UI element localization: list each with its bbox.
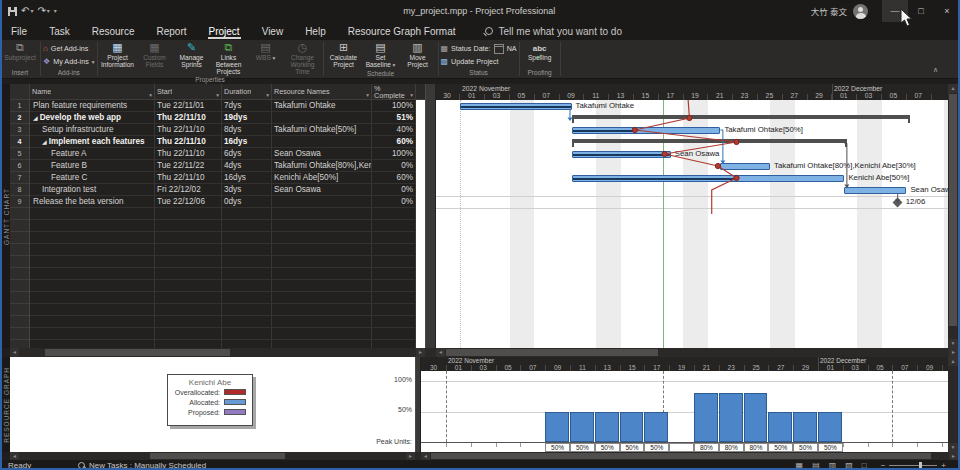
scroll-right-icon[interactable]: ► — [406, 452, 415, 460]
empty-cell[interactable] — [372, 208, 416, 220]
task-bar[interactable] — [572, 127, 721, 134]
task-name-cell[interactable]: ◢Implement each features — [30, 136, 155, 148]
empty-cell[interactable] — [155, 340, 222, 348]
empty-cell[interactable] — [272, 256, 372, 268]
my-add-ins-button[interactable]: ❖My Add-ins▾ — [43, 56, 95, 67]
task-duration-cell[interactable]: 19dys — [222, 112, 272, 124]
update-project-button[interactable]: ▩Update Project — [441, 56, 499, 67]
gantt-horizontal-scrollbar[interactable]: ◄ ► — [436, 348, 958, 357]
empty-cell[interactable] — [272, 316, 372, 328]
empty-cell[interactable] — [372, 280, 416, 292]
empty-cell[interactable] — [372, 244, 416, 256]
task-complete-cell[interactable]: 100% — [372, 148, 416, 160]
column-header-complete[interactable]: % Complete▾ — [372, 84, 416, 100]
manage-sprints-button[interactable]: ✎Manage Sprints — [174, 41, 210, 68]
task-name-cell[interactable]: Feature C — [30, 172, 155, 184]
empty-cell[interactable] — [155, 304, 222, 316]
empty-cell[interactable] — [222, 244, 272, 256]
close-button[interactable]: × — [934, 0, 960, 22]
scrollbar-thumb[interactable] — [446, 349, 658, 356]
empty-cell[interactable] — [272, 232, 372, 244]
filter-dropdown-icon[interactable]: ▾ — [266, 92, 269, 98]
task-bar[interactable] — [572, 151, 671, 158]
expand-collapse-icon[interactable]: ◢ — [33, 115, 38, 121]
empty-cell[interactable] — [372, 220, 416, 232]
scrollbar-thumb[interactable] — [45, 349, 230, 356]
empty-cell[interactable] — [222, 340, 272, 348]
task-resources-cell[interactable]: Sean Osawa — [272, 184, 372, 196]
empty-cell[interactable] — [222, 328, 272, 340]
empty-cell[interactable] — [155, 268, 222, 280]
empty-cell[interactable] — [222, 220, 272, 232]
get-add-ins-button[interactable]: ⌂Get Add-ins — [43, 43, 88, 54]
empty-cell[interactable] — [372, 304, 416, 316]
gantt-vertical-scrollbar[interactable]: ▲ ▼ — [948, 84, 958, 348]
status-date-button[interactable]: ▦Status Date:NA — [441, 43, 517, 54]
empty-cell[interactable] — [272, 280, 372, 292]
task-start-cell[interactable]: Tue 22/11/01 — [155, 100, 222, 112]
scroll-left-icon[interactable]: ◄ — [10, 348, 19, 357]
empty-cell[interactable] — [272, 340, 372, 348]
task-start-cell[interactable]: Thu 22/11/10 — [155, 124, 222, 136]
empty-cell[interactable] — [372, 268, 416, 280]
empty-cell[interactable] — [155, 244, 222, 256]
empty-cell[interactable] — [272, 304, 372, 316]
task-duration-cell[interactable]: 7dys — [222, 100, 272, 112]
task-resources-cell[interactable]: Takafumi Ohtake[50%] — [272, 124, 372, 136]
scroll-left-icon[interactable]: ◄ — [436, 348, 445, 357]
empty-cell[interactable] — [372, 340, 416, 348]
empty-cell[interactable] — [155, 328, 222, 340]
project-information-button[interactable]: ▦Project Information — [100, 41, 136, 68]
gantt-timescale[interactable]: 2022 November2022 December30010305070911… — [436, 84, 948, 100]
task-complete-cell[interactable]: 0% — [372, 184, 416, 196]
tab-project[interactable]: Project — [198, 22, 251, 40]
task-resources-cell[interactable] — [272, 196, 372, 208]
expand-collapse-icon[interactable]: ◢ — [42, 139, 47, 145]
filter-dropdown-icon[interactable]: ▾ — [410, 92, 413, 98]
task-bar[interactable] — [572, 175, 845, 182]
scroll-up-icon[interactable]: ▲ — [948, 357, 958, 366]
redo-button[interactable]: ↷▾ — [37, 6, 49, 16]
task-start-cell[interactable]: Thu 22/11/10 — [155, 172, 222, 184]
empty-cell[interactable] — [222, 304, 272, 316]
empty-cell[interactable] — [272, 292, 372, 304]
task-resources-cell[interactable] — [272, 112, 372, 124]
set-baseline-button[interactable]: ▤Set Baseline ▾ — [363, 41, 399, 69]
task-bar[interactable] — [720, 163, 770, 170]
gantt-chart-area[interactable]: Takafumi OhtakeTakafumi Ohtake[50%]Sean … — [436, 100, 948, 348]
undo-button[interactable]: ↶▾ — [21, 6, 33, 16]
filter-dropdown-icon[interactable]: ▾ — [216, 92, 219, 98]
empty-cell[interactable] — [30, 208, 155, 220]
task-complete-cell[interactable]: 40% — [372, 124, 416, 136]
task-resources-cell[interactable]: Takafumi Ohtake[80%],Kenichi Abe[30%] — [272, 160, 372, 172]
scroll-right-icon[interactable]: ► — [949, 348, 958, 357]
empty-cell[interactable] — [30, 268, 155, 280]
empty-cell[interactable] — [372, 328, 416, 340]
task-name-cell[interactable]: Plan feature requirements — [30, 100, 155, 112]
resource-graph-horizontal-scrollbar[interactable]: ◄ ► — [421, 452, 958, 460]
empty-cell[interactable] — [155, 292, 222, 304]
task-resources-cell[interactable] — [272, 136, 372, 148]
task-duration-cell[interactable]: 4dys — [222, 160, 272, 172]
table-gantt-splitter[interactable] — [425, 84, 436, 348]
move-project-button[interactable]: ▥Move Project — [400, 41, 436, 68]
tell-me-search[interactable]: Tell me what you want to do — [485, 26, 622, 37]
empty-cell[interactable] — [272, 220, 372, 232]
tab-report[interactable]: Report — [146, 22, 198, 40]
task-resources-cell[interactable]: Takafumi Ohtake — [272, 100, 372, 112]
empty-cell[interactable] — [372, 232, 416, 244]
scrollbar-thumb[interactable] — [431, 453, 931, 459]
empty-cell[interactable] — [155, 220, 222, 232]
task-duration-cell[interactable]: 16dys — [222, 172, 272, 184]
column-header-resource-names[interactable]: Resource Names▾ — [272, 84, 372, 100]
empty-cell[interactable] — [155, 316, 222, 328]
scroll-down-icon[interactable]: ▼ — [948, 339, 958, 348]
empty-cell[interactable] — [272, 244, 372, 256]
task-complete-cell[interactable]: 100% — [372, 100, 416, 112]
empty-cell[interactable] — [30, 220, 155, 232]
scroll-left-icon[interactable]: ◄ — [421, 452, 430, 460]
empty-cell[interactable] — [30, 244, 155, 256]
task-resources-cell[interactable]: Kenichi Abe[50%] — [272, 172, 372, 184]
column-header-duration[interactable]: Duration▾ — [222, 84, 272, 100]
scroll-down-icon[interactable]: ▼ — [948, 443, 958, 452]
